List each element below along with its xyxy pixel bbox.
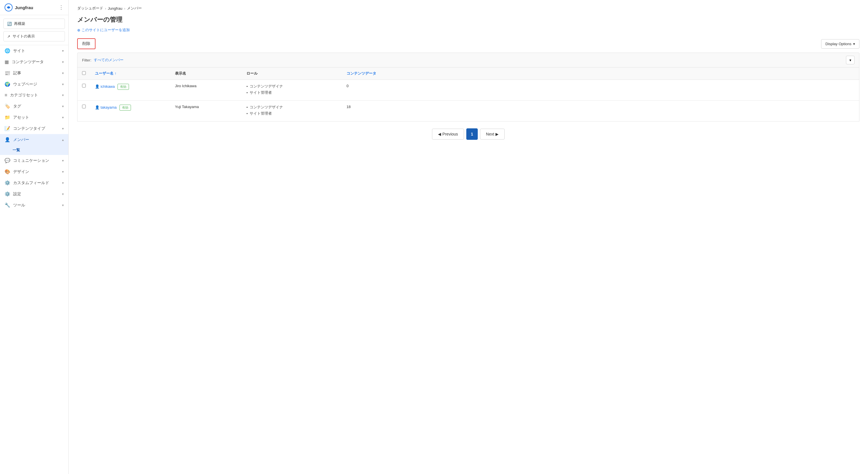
pagination: ◀ Previous 1 Next ▶ — [77, 122, 860, 147]
page-number-label: 1 — [471, 132, 473, 136]
add-user-link[interactable]: ⊕ このサイトにユーザーを追加 — [77, 27, 860, 33]
table-row: 👤 takayama 有効 Yuji Takayama •コンテンツデザイナ•サ… — [78, 101, 860, 122]
sidebar-item-webpage[interactable]: 🌍 ウェブページ ▾ — [0, 78, 68, 90]
sidebar: Jungfrau ⋮ 🔄 再構築 ↗ サイトの表示 🌐 サイト ▾ ▦ コンテン… — [0, 0, 69, 474]
sidebar-item-content-type-label: コンテンツタイプ — [13, 126, 45, 131]
tag-icon: 🏷️ — [5, 103, 10, 109]
row-checkbox[interactable] — [82, 84, 86, 88]
sidebar-sub-item-member-list-label: 一覧 — [12, 148, 20, 152]
breadcrumb-separator-1: › — [105, 6, 106, 10]
display-options-label: Display Options — [826, 42, 851, 46]
user-link[interactable]: ichikawa — [101, 84, 115, 89]
delete-label: 削除 — [82, 41, 90, 46]
bullet-icon: • — [246, 84, 248, 89]
row-checkbox-cell — [78, 101, 91, 122]
sidebar-header: Jungfrau ⋮ — [0, 0, 68, 15]
sidebar-item-contents-data-label: コンテンツデータ — [12, 60, 44, 65]
previous-button[interactable]: ◀ Previous — [432, 129, 464, 139]
category-set-icon: ≡ — [5, 93, 7, 98]
filter-all-members-link[interactable]: すべてのメンバー — [94, 58, 124, 63]
breadcrumb-jungfrau[interactable]: Jungfrau — [108, 6, 122, 10]
sidebar-item-content-type[interactable]: 📝 コンテンツタイプ ▾ — [0, 123, 68, 134]
sidebar-item-contents-data[interactable]: ▦ コンテンツデータ ▾ — [0, 56, 68, 67]
page-number-1[interactable]: 1 — [466, 128, 478, 140]
chevron-down-icon: ▾ — [62, 192, 64, 196]
status-badge: 有効 — [120, 105, 131, 110]
sidebar-item-custom-field-label: カスタムフィールド — [13, 180, 49, 186]
asset-icon: 📁 — [5, 115, 10, 120]
chevron-up-icon: ▴ — [62, 138, 64, 142]
sidebar-item-article-label: 記事 — [13, 71, 21, 76]
view-site-label: サイトの表示 — [12, 34, 35, 39]
sidebar-item-communication-label: コミュニケーション — [13, 158, 49, 163]
th-contents[interactable]: コンテンツデータ — [342, 67, 860, 80]
chevron-down-icon: ▾ — [62, 104, 64, 108]
communication-icon: 💬 — [5, 158, 10, 163]
status-badge: 有効 — [118, 84, 129, 90]
th-role[interactable]: ロール — [242, 67, 342, 80]
previous-label: Previous — [442, 132, 458, 136]
bullet-icon: • — [246, 91, 248, 95]
delete-button[interactable]: 削除 — [77, 38, 95, 49]
sidebar-item-article[interactable]: 📰 記事 ▾ — [0, 67, 68, 78]
role-item: •コンテンツデザイナ — [246, 84, 337, 89]
next-label: Next — [486, 132, 494, 136]
chevron-down-icon: ▾ — [62, 181, 64, 185]
sidebar-menu-icon[interactable]: ⋮ — [59, 4, 64, 10]
role-label: サイト管理者 — [250, 111, 272, 116]
sidebar-item-asset[interactable]: 📁 アセット ▾ — [0, 112, 68, 123]
user-link[interactable]: takayama — [101, 105, 117, 109]
row-displayname-cell: Jiro Ichikawa — [170, 80, 242, 101]
breadcrumb: ダッシュボード › Jungfrau › メンバー — [77, 6, 860, 11]
sidebar-item-site[interactable]: 🌐 サイト ▾ — [0, 45, 68, 56]
view-site-button[interactable]: ↗ サイトの表示 — [3, 31, 65, 41]
sidebar-item-category-set[interactable]: ≡ カテゴリセット ▾ — [0, 90, 68, 101]
rebuild-icon: 🔄 — [7, 22, 12, 26]
chevron-down-icon: ▾ — [62, 203, 64, 207]
contents-count: 18 — [346, 105, 350, 109]
row-checkbox[interactable] — [82, 105, 86, 108]
sidebar-sub-item-member-list[interactable]: 一覧 — [0, 145, 68, 155]
sidebar-item-design[interactable]: 🎨 デザイン ▾ — [0, 166, 68, 177]
chevron-down-icon: ▾ — [853, 42, 855, 46]
next-button[interactable]: Next ▶ — [480, 129, 505, 139]
user-icon: 👤 — [95, 84, 99, 89]
rebuild-label: 再構築 — [14, 21, 25, 26]
th-role-label: ロール — [246, 71, 257, 75]
chevron-down-icon: ▾ — [62, 71, 64, 75]
sidebar-item-tag[interactable]: 🏷️ タグ ▾ — [0, 101, 68, 112]
display-options-button[interactable]: Display Options ▾ — [821, 39, 860, 49]
th-username[interactable]: ユーザー名 ↑ — [90, 67, 170, 80]
role-label: コンテンツデザイナ — [250, 84, 283, 89]
sidebar-item-communication[interactable]: 💬 コミュニケーション ▾ — [0, 155, 68, 166]
row-contents-cell: 0 — [342, 80, 860, 101]
sidebar-item-tools[interactable]: 🔧 ツール ▾ — [0, 199, 68, 211]
table-row: 👤 ichikawa 有効 Jiro Ichikawa •コンテンツデザイナ•サ… — [78, 80, 860, 101]
row-username-cell: 👤 takayama 有効 — [90, 101, 170, 122]
chevron-down-icon: ▾ — [62, 60, 64, 64]
sort-indicator: ↑ — [115, 71, 117, 75]
chevron-down-icon: ▾ — [62, 82, 64, 86]
sidebar-item-member[interactable]: 👤 メンバー ▴ — [0, 134, 68, 145]
chevron-down-icon: ▾ — [62, 170, 64, 174]
app-name: Jungfrau — [15, 5, 33, 10]
rebuild-button[interactable]: 🔄 再構築 — [3, 19, 65, 29]
filter-bar: Filter: すべてのメンバー ▾ — [77, 53, 860, 67]
sidebar-item-member-label: メンバー — [13, 137, 29, 143]
th-displayname[interactable]: 表示名 — [170, 67, 242, 80]
chevron-down-icon: ▾ — [849, 58, 851, 62]
bullet-icon: • — [246, 112, 248, 116]
sidebar-item-settings[interactable]: ⚙️ 設定 ▾ — [0, 188, 68, 199]
tools-icon: 🔧 — [5, 202, 10, 208]
select-all-checkbox[interactable] — [82, 71, 86, 75]
role-list: •コンテンツデザイナ•サイト管理者 — [246, 84, 337, 95]
webpage-icon: 🌍 — [5, 82, 10, 87]
th-username-label: ユーザー名 — [95, 71, 114, 75]
logo-icon — [5, 3, 12, 11]
role-label: コンテンツデザイナ — [250, 105, 283, 110]
breadcrumb-separator-2: › — [124, 6, 125, 10]
sidebar-item-category-set-label: カテゴリセット — [10, 93, 38, 98]
sidebar-item-custom-field[interactable]: ⚙️ カスタムフィールド ▾ — [0, 177, 68, 188]
breadcrumb-dashboard[interactable]: ダッシュボード — [77, 6, 103, 11]
filter-dropdown-button[interactable]: ▾ — [846, 56, 855, 64]
